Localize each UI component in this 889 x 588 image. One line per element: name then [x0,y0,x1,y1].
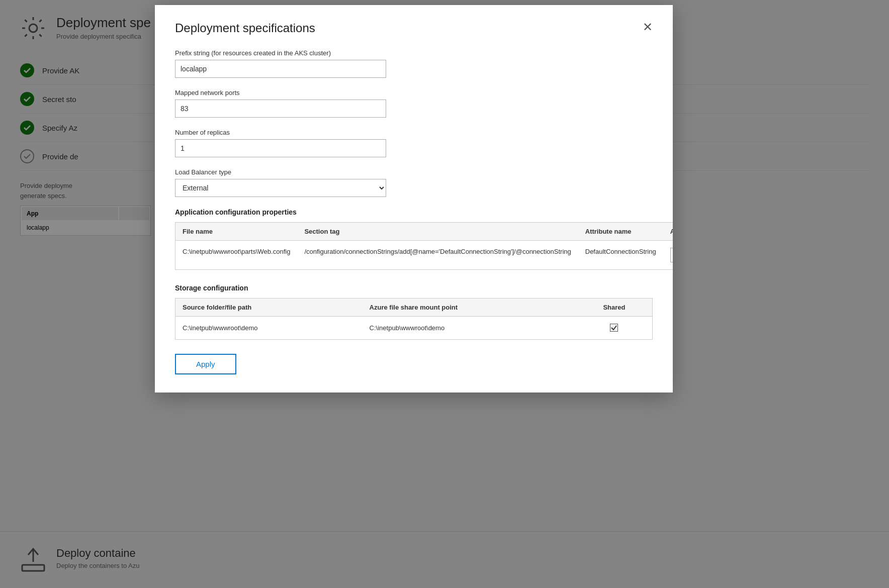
col-mount-point: Azure file share mount point [363,299,576,317]
apply-button[interactable]: Apply [175,354,236,374]
prefix-form-group: Prefix string (for resources created in … [175,49,653,78]
col-source-path: Source folder/file path [175,299,363,317]
modal-title: Deployment specifications [175,21,315,35]
replicas-form-group: Number of replicas [175,129,653,157]
app-config-cell-section: /configuration/connectionStrings/add[@na… [297,241,578,270]
app-config-cell-attrvalue [663,241,673,270]
storage-cell-mount: C:\inetpub\wwwroot\demo [363,317,576,340]
modal-header: Deployment specifications ✕ [175,21,653,35]
deployment-specs-modal: Deployment specifications ✕ Prefix strin… [155,5,673,393]
app-config-heading: Application configuration properties [175,208,653,216]
storage-row-1: C:\inetpub\wwwroot\demo C:\inetpub\wwwro… [175,317,653,340]
lb-select[interactable]: External Internal None [175,179,386,197]
col-shared: Shared [576,299,653,317]
app-config-section: Application configuration properties Fil… [175,208,653,270]
app-config-header-row: File name Section tag Attribute name Att… [175,223,673,241]
app-config-row-1: C:\inetpub\wwwroot\parts\Web.config /con… [175,241,673,270]
col-file-name: File name [175,223,298,241]
ports-input[interactable] [175,100,386,118]
attr-value-input[interactable] [670,248,673,262]
app-config-cell-attrname: DefaultConnectionString [578,241,663,270]
modal-footer: Apply [175,354,653,374]
storage-config-heading: Storage configuration [175,284,653,292]
storage-cell-shared [576,317,653,340]
lb-form-group: Load Balancer type External Internal Non… [175,168,653,197]
ports-form-group: Mapped network ports [175,89,653,118]
app-config-table: File name Section tag Attribute name Att… [175,222,673,270]
app-config-cell-filename: C:\inetpub\wwwroot\parts\Web.config [175,241,298,270]
col-section-tag: Section tag [297,223,578,241]
ports-label: Mapped network ports [175,89,653,96]
lb-label: Load Balancer type [175,168,653,176]
col-attr-name: Attribute name [578,223,663,241]
col-attr-value: Attribute value [663,223,673,241]
storage-header-row: Source folder/file path Azure file share… [175,299,653,317]
replicas-input[interactable] [175,139,386,157]
storage-config-section: Storage configuration Source folder/file… [175,284,653,340]
prefix-input[interactable] [175,60,386,78]
modal-close-button[interactable]: ✕ [643,21,653,33]
shared-checkbox[interactable] [610,324,618,332]
storage-cell-source: C:\inetpub\wwwroot\demo [175,317,363,340]
prefix-label: Prefix string (for resources created in … [175,49,653,57]
storage-config-table: Source folder/file path Azure file share… [175,298,653,340]
replicas-label: Number of replicas [175,129,653,136]
